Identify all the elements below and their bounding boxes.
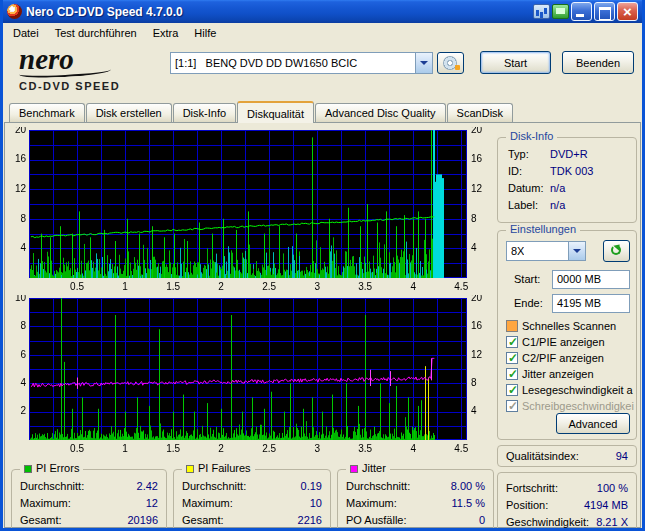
start-mb-field[interactable]: 0000 MB — [552, 270, 630, 289]
tab-strip: Benchmark Disk erstellen Disk-Info Diskq… — [3, 100, 642, 122]
pi-failures-legend-icon — [186, 465, 194, 473]
quality-index-label: Qualitätsindex: — [506, 450, 579, 462]
disk-info-label: Datum: — [508, 182, 550, 194]
chevron-down-icon[interactable] — [568, 242, 585, 260]
checkbox-box — [506, 336, 518, 348]
checkbox-box — [506, 320, 518, 332]
refresh-speed-button[interactable] — [603, 240, 630, 262]
end-mb-label: Ende: — [514, 297, 543, 309]
maximize-button[interactable] — [594, 2, 615, 21]
disk-info-label: ID: — [508, 165, 550, 177]
disk-info-row: Datum:n/a — [508, 182, 630, 196]
jitter-stats-group: Jitter Durchschnitt:8.00 % Maximum:11.5 … — [337, 469, 494, 531]
progress-group: Fortschritt: 100 % Position: 4194 MB Ges… — [497, 472, 637, 531]
disk-info-value: TDK 003 — [550, 165, 593, 177]
checkbox-schreibgeschwindigkeit: Schreibgeschwindigkei — [506, 399, 634, 413]
disk-info-row: Label:n/a — [508, 199, 630, 213]
minimize-button[interactable] — [571, 2, 592, 21]
menu-bar: Datei Test durchführen Extra Hilfe — [3, 23, 642, 43]
pi-failures-stats-title: PI Failures — [182, 462, 255, 474]
disk-info-value: DVD+R — [550, 148, 588, 160]
quality-index-box: Qualitätsindex: 94 — [497, 445, 637, 467]
titlebar-display-icon[interactable] — [552, 4, 569, 19]
end-mb-field[interactable]: 4195 MB — [552, 294, 630, 313]
checkbox-box — [506, 400, 518, 412]
disk-info-value: n/a — [550, 182, 565, 194]
settings-title: Einstellungen — [506, 223, 580, 235]
pi-errors-legend-icon — [24, 465, 32, 473]
start-mb-label: Start: — [514, 273, 540, 285]
pi-failures-stats-group: PI Failures Durchschnitt:0.19 Maximum:10… — [173, 469, 331, 531]
drive-options-button[interactable] — [437, 52, 464, 74]
quit-button[interactable]: Beenden — [562, 51, 634, 74]
menu-datei[interactable]: Datei — [5, 25, 47, 41]
checkbox-label: Jitter anzeigen — [522, 368, 594, 380]
checkbox-label: Lesegeschwindigkeit a — [522, 384, 633, 396]
position-value: 4194 MB — [584, 499, 628, 511]
titlebar-buttons — [533, 2, 638, 21]
disk-info-row: ID:TDK 003 — [508, 165, 630, 179]
position-label: Position: — [506, 499, 548, 511]
checkbox-box — [506, 384, 518, 396]
checkbox-c2-pif-anzeigen[interactable]: C2/PIF anzeigen — [506, 351, 634, 365]
pi-errors-chart — [11, 127, 495, 293]
pi-failures-jitter-chart — [11, 295, 495, 455]
disk-info-row: Typ:DVD+R — [508, 148, 630, 162]
checkbox-box — [506, 352, 518, 364]
checkbox-lesegeschwindigkeit[interactable]: Lesegeschwindigkeit a — [506, 383, 634, 397]
checkbox-box — [506, 368, 518, 380]
titlebar[interactable]: Nero CD-DVD Speed 4.7.0.0 — [3, 0, 642, 23]
advanced-button[interactable]: Advanced — [556, 413, 630, 434]
speed-select[interactable]: 8X — [506, 241, 586, 261]
speed-select-value: 8X — [507, 245, 524, 257]
start-button[interactable]: Start — [480, 51, 551, 74]
drive-select-value: [1:1] BENQ DVD DD DW1650 BCIC — [171, 57, 357, 69]
checkbox-c1-pie-anzeigen[interactable]: C1/PIE anzeigen — [506, 335, 634, 349]
tab-scandisk[interactable]: ScanDisk — [447, 103, 513, 122]
progress-value: 100 % — [597, 482, 628, 494]
tab-benchmark[interactable]: Benchmark — [9, 103, 85, 122]
tab-disk-erstellen[interactable]: Disk erstellen — [86, 103, 172, 122]
jitter-stats-title: Jitter — [346, 462, 390, 474]
checkbox-label: Schreibgeschwindigkei — [522, 400, 634, 412]
refresh-icon — [611, 245, 621, 255]
app-icon — [7, 4, 22, 19]
settings-group: Einstellungen 8X Start: 0000 MB Ende: 41… — [497, 230, 637, 440]
disk-info-group: Disk-Info Typ:DVD+R ID:TDK 003 Datum:n/a… — [497, 137, 637, 223]
jitter-legend-icon — [350, 465, 358, 473]
titlebar-chart-icon[interactable] — [533, 4, 550, 19]
chevron-down-icon[interactable] — [415, 53, 432, 73]
spark-icon — [455, 65, 460, 70]
disk-info-label: Typ: — [508, 148, 550, 160]
disk-info-value: n/a — [550, 199, 565, 211]
app-window: Nero CD-DVD Speed 4.7.0.0 Datei Test dur… — [0, 0, 645, 531]
speed-value: 8.21 X — [596, 516, 628, 528]
checkbox-label: Schnelles Scannen — [522, 320, 616, 332]
checkbox-schnelles-scannen[interactable]: Schnelles Scannen — [506, 319, 634, 333]
tab-disk-info[interactable]: Disk-Info — [173, 103, 236, 122]
progress-label: Fortschritt: — [506, 482, 558, 494]
close-button[interactable] — [617, 2, 638, 21]
disc-quality-page: Disk-Info Typ:DVD+R ID:TDK 003 Datum:n/a… — [4, 122, 641, 528]
toolbar: nero CD-DVD SPEED [1:1] BENQ DVD DD DW16… — [3, 43, 642, 100]
pi-errors-stats-title: PI Errors — [20, 462, 83, 474]
disk-info-title: Disk-Info — [506, 130, 557, 142]
checkbox-label: C2/PIF anzeigen — [522, 352, 604, 364]
pi-errors-stats-group: PI Errors Durchschnitt:2.42 Maximum:12 G… — [11, 469, 167, 531]
nero-logo: nero CD-DVD SPEED — [19, 45, 149, 92]
disk-info-label: Label: — [508, 199, 550, 211]
nero-logo-subtext: CD-DVD SPEED — [19, 80, 149, 92]
tab-diskqualitaet[interactable]: Diskqualität — [237, 101, 314, 123]
checkbox-jitter-anzeigen[interactable]: Jitter anzeigen — [506, 367, 634, 381]
speed-label: Geschwindigkeit: — [506, 516, 589, 528]
menu-hilfe[interactable]: Hilfe — [186, 25, 224, 41]
menu-extra[interactable]: Extra — [145, 25, 187, 41]
quality-index-value: 94 — [616, 450, 628, 462]
checkbox-label: C1/PIE anzeigen — [522, 336, 605, 348]
drive-select[interactable]: [1:1] BENQ DVD DD DW1650 BCIC — [170, 52, 433, 74]
menu-test-durchfuehren[interactable]: Test durchführen — [47, 25, 145, 41]
window-title: Nero CD-DVD Speed 4.7.0.0 — [26, 5, 533, 19]
tab-advanced-disc-quality[interactable]: Advanced Disc Quality — [315, 103, 446, 122]
